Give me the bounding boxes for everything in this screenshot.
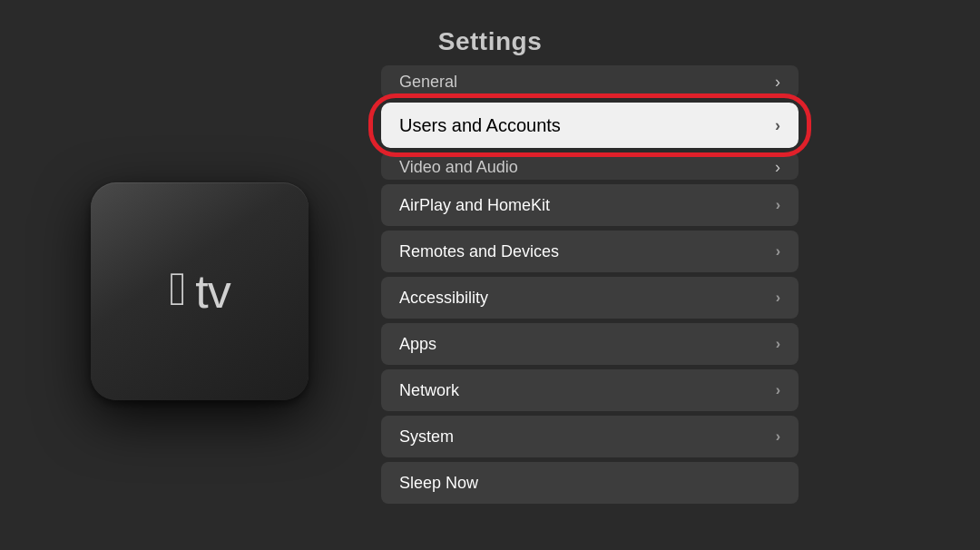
- menu-item-remotes-devices[interactable]: Remotes and Devices ›: [381, 231, 799, 272]
- menu-item-airplay-homekit[interactable]: AirPlay and HomeKit ›: [381, 184, 799, 226]
- menu-item-users-accounts-label: Users and Accounts: [399, 115, 561, 136]
- device-container:  tv: [73, 101, 327, 482]
- menu-item-system-label: System: [399, 427, 454, 447]
- menu-item-video-audio-label: Video and Audio: [399, 158, 518, 177]
- menu-item-apps[interactable]: Apps ›: [381, 323, 799, 365]
- apple-tv-logo:  tv: [169, 264, 230, 319]
- menu-item-sleep-now-label: Sleep Now: [399, 474, 478, 493]
- menu-item-apps-label: Apps: [399, 335, 436, 354]
- chevron-icon-users-accounts: ›: [775, 116, 780, 135]
- users-accounts-wrapper: Users and Accounts ›: [381, 103, 799, 148]
- apple-logo-icon: : [169, 265, 186, 312]
- menu-item-network-label: Network: [399, 381, 459, 400]
- tv-label: tv: [195, 264, 230, 319]
- menu-item-general-label: General: [399, 73, 457, 92]
- chevron-icon-video-audio: ›: [775, 158, 780, 177]
- menu-item-accessibility[interactable]: Accessibility ›: [381, 277, 799, 319]
- content-area:  tv General › Users and Accounts ›: [0, 56, 980, 508]
- chevron-icon-airplay: ›: [776, 197, 780, 213]
- menu-item-sleep-now[interactable]: Sleep Now: [381, 462, 799, 504]
- apple-tv-device:  tv: [91, 182, 309, 400]
- menu-item-network[interactable]: Network ›: [381, 369, 799, 411]
- menu-item-airplay-homekit-label: AirPlay and HomeKit: [399, 196, 550, 215]
- menu-item-system[interactable]: System ›: [381, 416, 799, 457]
- chevron-icon-general: ›: [775, 73, 780, 92]
- chevron-icon-remotes: ›: [776, 243, 780, 260]
- page-container: Settings  tv General › Users and Accoun…: [0, 0, 980, 508]
- chevron-icon-system: ›: [776, 428, 780, 445]
- menu-item-accessibility-label: Accessibility: [399, 289, 488, 308]
- chevron-icon-apps: ›: [776, 336, 780, 352]
- chevron-icon-network: ›: [776, 382, 780, 398]
- page-title: Settings: [0, 0, 980, 56]
- settings-menu: General › Users and Accounts › Video and…: [381, 65, 799, 508]
- menu-item-video-audio-partial[interactable]: Video and Audio ›: [381, 152, 799, 180]
- menu-item-remotes-devices-label: Remotes and Devices: [399, 242, 559, 261]
- menu-item-general-partial[interactable]: General ›: [381, 65, 799, 98]
- menu-item-users-accounts[interactable]: Users and Accounts ›: [381, 103, 799, 148]
- chevron-icon-accessibility: ›: [776, 290, 780, 306]
